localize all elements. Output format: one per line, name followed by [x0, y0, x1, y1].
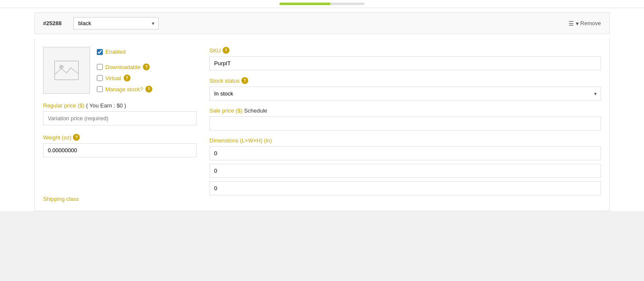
main-columns: Enabled Downloadable ? Virtual ? — [43, 47, 601, 202]
variation-color-select[interactable]: black white red blue — [73, 17, 159, 29]
sku-label-text: SKU — [209, 47, 221, 54]
stock-status-select[interactable]: In stock Out of stock On backorder — [209, 87, 601, 101]
sku-section: SKU ? — [209, 47, 601, 70]
manage-stock-label[interactable]: Manage stock? — [105, 86, 143, 93]
enabled-label[interactable]: Enabled — [105, 49, 126, 55]
regular-price-col: Regular price ($) ( You Earn : $0 ) — [43, 102, 197, 125]
variation-body: Enabled Downloadable ? Virtual ? — [34, 38, 610, 211]
left-column: Enabled Downloadable ? Virtual ? — [43, 47, 197, 202]
dimension-w-input[interactable] — [209, 164, 601, 178]
right-column: SKU ? Stock status ? In stock Out of sto — [209, 47, 601, 202]
variation-checkboxes: Enabled Downloadable ? Virtual ? — [97, 47, 152, 93]
virtual-checkbox-row: Virtual ? — [97, 75, 152, 81]
sku-input[interactable] — [209, 56, 601, 70]
progress-bar — [279, 3, 365, 5]
variation-header: #25288 black white red blue ▾ ☰ ▾ Remove — [34, 12, 610, 34]
stock-status-select-wrapper: In stock Out of stock On backorder ▾ — [209, 87, 601, 101]
svg-rect-0 — [55, 61, 78, 80]
schedule-link[interactable]: Schedule — [244, 107, 267, 114]
downloadable-checkbox-row: Downloadable ? — [97, 64, 152, 70]
remove-button[interactable]: ☰ ▾ Remove — [569, 20, 601, 27]
shipping-class-label: Shipping class — [43, 196, 79, 202]
dimension-l-input[interactable] — [209, 146, 601, 160]
downloadable-help-icon[interactable]: ? — [143, 64, 150, 70]
stock-status-section: Stock status ? In stock Out of stock On … — [209, 77, 601, 101]
sale-price-input[interactable] — [209, 116, 601, 130]
sku-help-icon[interactable]: ? — [223, 47, 229, 54]
stock-status-label: Stock status ? — [209, 77, 601, 84]
dimensions-section: Dimensions (L×W×H) (in) — [209, 137, 601, 195]
dimension-inputs — [209, 146, 601, 195]
dimensions-label: Dimensions (L×W×H) (in) — [209, 137, 601, 144]
prices-section: Regular price ($) ( You Earn : $0 ) — [43, 102, 197, 125]
weight-input[interactable] — [43, 143, 197, 157]
virtual-label[interactable]: Virtual — [105, 75, 121, 81]
image-placeholder-icon — [54, 58, 79, 83]
sale-price-label: Sale price ($) Schedule — [209, 107, 601, 114]
stock-status-label-text: Stock status — [209, 78, 240, 84]
regular-price-label-text: Regular price ($) — [43, 102, 84, 109]
regular-price-input[interactable] — [43, 111, 197, 125]
top-progress-bar — [0, 0, 644, 8]
virtual-help-icon[interactable]: ? — [124, 75, 131, 81]
dimension-h-input[interactable] — [209, 181, 601, 195]
manage-stock-help-icon[interactable]: ? — [145, 86, 152, 93]
enabled-checkbox[interactable] — [97, 49, 103, 55]
earn-text: ( You Earn : $0 ) — [86, 102, 126, 109]
enabled-checkbox-row: Enabled — [97, 49, 152, 55]
variation-id: #25288 — [43, 20, 61, 26]
regular-price-label: Regular price ($) ( You Earn : $0 ) — [43, 102, 197, 109]
stock-status-help-icon[interactable]: ? — [241, 77, 248, 84]
manage-stock-checkbox-row: Manage stock? ? — [97, 86, 152, 93]
manage-stock-checkbox[interactable] — [97, 86, 103, 92]
dimensions-label-text: Dimensions (L×W×H) (in) — [209, 137, 272, 144]
downloadable-checkbox[interactable] — [97, 64, 103, 70]
variation-image[interactable] — [43, 47, 90, 94]
virtual-checkbox[interactable] — [97, 75, 103, 81]
sale-price-label-text: Sale price ($) — [209, 107, 242, 114]
progress-bar-fill — [279, 3, 331, 5]
weight-help-icon[interactable]: ? — [73, 134, 80, 141]
hamburger-icon: ☰ ▾ — [569, 20, 579, 27]
weight-section: Weight (oz) ? — [43, 134, 197, 187]
sale-price-section: Sale price ($) Schedule — [209, 107, 601, 130]
variation-color-select-wrapper: black white red blue ▾ — [73, 17, 159, 29]
weight-label-text: Weight (oz) — [43, 134, 71, 141]
sku-label: SKU ? — [209, 47, 601, 54]
downloadable-label[interactable]: Downloadable — [105, 64, 140, 70]
shipping-class-section: Shipping class — [43, 196, 197, 202]
remove-label: Remove — [580, 20, 601, 26]
weight-label: Weight (oz) ? — [43, 134, 197, 141]
